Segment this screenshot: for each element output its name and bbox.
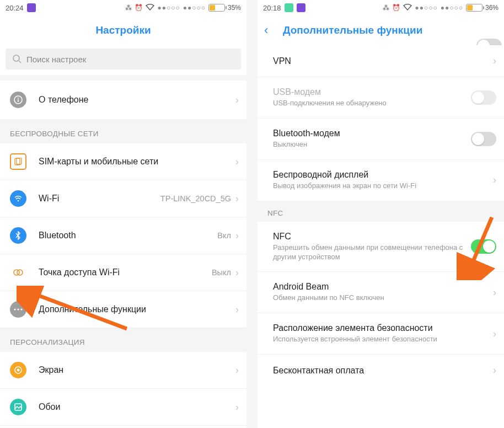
chevron-right-icon: › <box>235 230 239 242</box>
chevron-right-icon: › <box>235 156 239 168</box>
row-label: SIM-карты и мобильные сети <box>39 157 235 167</box>
row-label: Дополнительные функции <box>39 304 235 314</box>
signal-2-icon <box>183 4 206 12</box>
chevron-right-icon: › <box>493 328 496 340</box>
chevron-right-icon: › <box>235 94 239 106</box>
chevron-right-icon: › <box>235 365 239 376</box>
svg-point-9 <box>17 270 23 275</box>
app-indicator-icon <box>285 3 293 12</box>
toggle-bt-modem[interactable] <box>471 132 496 146</box>
row-label: VPN <box>273 56 493 66</box>
svg-rect-6 <box>17 158 22 164</box>
toggle-usb-modem <box>471 90 496 105</box>
page-title: Дополнительные функции <box>283 24 422 36</box>
row-usb-modem: USB-модем USB-подключения не обнаружено <box>258 77 504 119</box>
status-bar: 20:24 ⁂ ⏰ 35% <box>0 0 246 15</box>
row-label: Wi-Fi <box>39 194 160 204</box>
row-nfc[interactable]: NFC Разрешить обмен данными при совмещен… <box>258 222 504 272</box>
row-label: Обои <box>39 402 235 412</box>
status-bar: 20:18 ⁂ ⏰ 36% <box>258 0 504 15</box>
battery-icon <box>208 4 225 12</box>
more-icon <box>10 301 26 318</box>
row-value: Вкл <box>217 231 231 240</box>
hotspot-icon <box>10 264 26 281</box>
row-bluetooth[interactable]: Bluetooth Вкл › <box>0 217 246 254</box>
row-label: Bluetooth <box>39 231 217 240</box>
row-label: Точка доступа Wi-Fi <box>39 268 212 277</box>
bluetooth-status-icon: ⁂ <box>125 4 132 12</box>
row-label: Android Beam <box>273 282 493 292</box>
wallpaper-icon <box>10 399 26 415</box>
chevron-right-icon: › <box>493 55 496 67</box>
row-label: USB-модем <box>273 87 471 97</box>
signal-2-icon <box>441 4 463 12</box>
row-about-phone[interactable]: О телефоне › <box>0 81 246 120</box>
row-themes[interactable]: Темы › <box>0 426 246 428</box>
row-subtitle: Используется встроенный элемент безопасн… <box>273 335 493 344</box>
row-more-settings[interactable]: Дополнительные функции › <box>0 291 246 328</box>
row-vpn[interactable]: VPN › <box>258 45 504 77</box>
signal-1-icon <box>415 4 437 12</box>
search-placeholder: Поиск настроек <box>26 55 86 64</box>
svg-point-11 <box>17 308 19 310</box>
svg-point-12 <box>20 308 22 310</box>
chevron-right-icon: › <box>235 304 239 315</box>
svg-line-1 <box>19 61 21 63</box>
row-label: Bluetooth-модем <box>273 129 471 138</box>
row-wallpaper[interactable]: Обои › <box>0 389 246 426</box>
battery-pct: 36% <box>485 4 498 12</box>
row-value: Выкл <box>212 268 231 277</box>
row-wifi[interactable]: Wi-Fi TP-LINK_20CD_5G › <box>0 180 246 217</box>
chevron-right-icon: › <box>493 365 496 376</box>
chevron-right-icon: › <box>235 193 239 205</box>
row-label: Расположение элемента безопасности <box>273 323 493 333</box>
info-icon <box>10 92 26 108</box>
alarm-icon: ⏰ <box>135 4 143 12</box>
bluetooth-icon <box>10 227 26 244</box>
row-android-beam[interactable]: Android Beam Обмен данными по NFC включе… <box>258 272 504 313</box>
back-button[interactable]: ‹ <box>264 23 268 38</box>
header: ‹ Дополнительные функции <box>258 15 504 45</box>
svg-point-7 <box>18 200 19 202</box>
row-sim-cards[interactable]: SIM-карты и мобильные сети › <box>0 143 246 180</box>
row-subtitle: Вывод изображения на экран по сети Wi-Fi <box>273 181 493 191</box>
signal-1-icon <box>157 4 180 12</box>
search-icon <box>12 54 22 64</box>
row-subtitle: USB-подключения не обнаружено <box>273 99 471 108</box>
chevron-right-icon: › <box>235 267 239 279</box>
status-time: 20:18 <box>263 4 281 12</box>
toggle-nfc[interactable] <box>471 239 496 254</box>
alarm-icon: ⏰ <box>392 4 400 12</box>
svg-point-0 <box>13 55 19 61</box>
battery-icon <box>466 4 482 12</box>
row-subtitle: Разрешить обмен данными при совмещении т… <box>273 243 471 262</box>
more-settings-screen: 20:18 ⁂ ⏰ 36% ‹ Дополнительные функции V… <box>258 0 504 428</box>
row-label: NFC <box>273 232 471 242</box>
row-wireless-display[interactable]: Беспроводной дисплей Вывод изображения н… <box>258 160 504 201</box>
battery-pct: 35% <box>228 4 241 12</box>
app-indicator-icon <box>297 3 305 12</box>
row-bt-modem[interactable]: Bluetooth-модем Выключен <box>258 119 504 160</box>
wifi-status-icon <box>146 4 154 12</box>
app-indicator-icon <box>27 3 36 12</box>
status-time: 20:24 <box>6 4 24 12</box>
section-nfc: NFC <box>258 201 504 222</box>
chevron-right-icon: › <box>493 174 496 186</box>
row-contactless-pay[interactable]: Бесконтактная оплата › <box>258 355 504 386</box>
divider <box>0 75 246 81</box>
svg-point-14 <box>17 369 20 372</box>
row-subtitle: Обмен данными по NFC включен <box>273 293 493 303</box>
page-title: Настройки <box>95 24 151 36</box>
bluetooth-status-icon: ⁂ <box>383 4 389 12</box>
row-security-element[interactable]: Расположение элемента безопасности Испол… <box>258 313 504 355</box>
row-label: О телефоне <box>39 95 235 105</box>
wifi-icon <box>10 190 26 207</box>
settings-screen: 20:24 ⁂ ⏰ 35% Настройки Поиск настроек О… <box>0 0 246 428</box>
header: Настройки <box>0 15 246 45</box>
svg-rect-5 <box>15 158 20 165</box>
sim-icon <box>10 153 26 170</box>
row-screen[interactable]: Экран › <box>0 352 246 389</box>
row-value: TP-LINK_20CD_5G <box>160 194 231 203</box>
search-input[interactable]: Поиск настроек <box>6 49 241 69</box>
row-hotspot[interactable]: Точка доступа Wi-Fi Выкл › <box>0 254 246 291</box>
